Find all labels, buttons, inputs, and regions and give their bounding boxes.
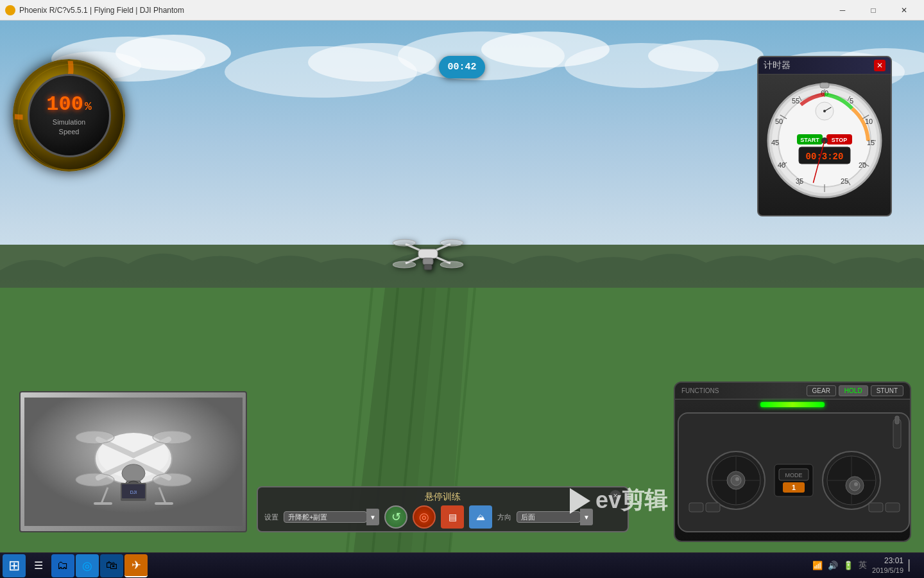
ev-watermark: ev剪辑	[570, 485, 667, 516]
svg-text:STOP: STOP	[832, 137, 847, 143]
direction-label: 方向	[497, 512, 511, 522]
titlebar-left: Phoenix R/C?v5.5.1 | Flying Field | DJI …	[5, 5, 184, 15]
taskbar-app-phoenix[interactable]: ✈	[124, 554, 148, 577]
svg-rect-26	[418, 249, 438, 258]
controller-led-bar	[760, 402, 825, 407]
task-view-button[interactable]: ☰	[27, 554, 50, 577]
training-btn-refresh[interactable]: ↺	[384, 505, 407, 529]
svg-point-78	[153, 473, 191, 486]
svg-rect-109	[689, 503, 703, 512]
svg-point-96	[735, 477, 739, 481]
controller-function-buttons: GEAR HOLD STUNT	[807, 385, 903, 396]
svg-text:5: 5	[850, 97, 853, 105]
simulation-speed-gauge: 100 % Simulation Speed	[13, 59, 125, 171]
sim-speed-label: Simulation Speed	[53, 118, 85, 136]
sim-speed-symbol: %	[85, 100, 92, 113]
training-btn-color[interactable]: ▤	[441, 505, 464, 529]
svg-point-103	[854, 482, 858, 486]
titlebar-controls: ─ □ ✕	[828, 1, 919, 20]
setup-label: 设置	[264, 512, 278, 522]
tray-network-icon: 📶	[812, 561, 823, 570]
setup-select-arrow[interactable]: ▼	[366, 509, 379, 525]
tray-battery-icon: 🔋	[843, 561, 853, 570]
gear-button[interactable]: GEAR	[807, 385, 836, 396]
svg-text:50: 50	[775, 118, 783, 125]
svg-rect-28	[424, 265, 432, 270]
svg-text:START: START	[800, 137, 819, 143]
taskbar-app-browser[interactable]: ◎	[76, 554, 99, 577]
controller-functions-label: FUNCTIONS	[681, 387, 719, 394]
svg-text:40: 40	[778, 161, 785, 169]
svg-point-25	[440, 261, 463, 268]
taskbar-app-store[interactable]: 🛍	[100, 554, 123, 577]
svg-point-75	[76, 431, 114, 444]
controller-svg: MODE 1	[675, 410, 911, 538]
svg-rect-110	[706, 503, 720, 512]
svg-point-76	[153, 431, 191, 444]
svg-text:55: 55	[792, 97, 800, 105]
maximize-button[interactable]: □	[859, 1, 888, 20]
start-button[interactable]: ⊞	[3, 554, 26, 577]
svg-text:MODE: MODE	[785, 472, 803, 478]
flying-drone-svg	[393, 231, 463, 276]
controller-body: MODE 1	[675, 410, 910, 542]
minimize-button[interactable]: ─	[828, 1, 857, 20]
training-btn-target[interactable]: ◎	[413, 505, 436, 529]
sim-speed-value: 100	[46, 94, 83, 115]
training-btn-landscape[interactable]: ⛰	[469, 505, 492, 529]
taskbar-time: 23:01 2019/5/19	[872, 556, 903, 575]
window-title: Phoenix R/C?v5.5.1 | Flying Field | DJI …	[19, 6, 184, 15]
training-controls: 设置 升降舵+副置 ▼ ↺ ◎ ▤ ⛰ 方向 后面 ▼	[264, 505, 621, 529]
svg-point-24	[393, 261, 416, 268]
svg-point-8	[648, 40, 764, 72]
svg-rect-27	[423, 258, 433, 265]
svg-rect-67	[820, 83, 829, 88]
training-panel-title: 悬停训练 ×	[264, 491, 621, 503]
play-icon	[570, 488, 590, 514]
svg-point-79	[122, 464, 145, 482]
drone-preview-svg: DJI	[24, 398, 243, 526]
hold-button[interactable]: HOLD	[839, 385, 868, 396]
controller-top-bar: FUNCTIONS GEAR HOLD STUNT	[675, 383, 910, 399]
drone-preview-panel: DJI	[19, 391, 247, 532]
timer-title: 计时器	[764, 60, 791, 71]
game-viewport: 100 % Simulation Speed 00:42 计时器 ✕	[0, 21, 924, 555]
svg-rect-111	[869, 503, 883, 512]
svg-rect-112	[886, 503, 900, 512]
svg-text:1: 1	[792, 484, 796, 491]
close-button[interactable]: ✕	[889, 1, 919, 20]
timer-widget[interactable]: 计时器 ✕ 60 5 10 15 20	[757, 56, 892, 216]
ev-text: ev剪辑	[595, 485, 667, 516]
gauge-inner-display: 100 % Simulation Speed	[28, 74, 111, 157]
svg-point-77	[76, 473, 114, 486]
timer-close-button[interactable]: ✕	[874, 60, 886, 71]
taskbar-right: 📶 🔊 🔋 英 23:01 2019/5/19 ▏	[812, 556, 921, 575]
taskbar-app-files[interactable]: 🗂	[51, 554, 74, 577]
show-desktop-button[interactable]: ▏	[909, 559, 916, 572]
tray-volume-icon: 🔊	[828, 561, 838, 570]
svg-rect-114	[895, 416, 899, 424]
svg-text:10: 10	[865, 118, 873, 125]
svg-text:25: 25	[841, 177, 848, 185]
title-bar: Phoenix R/C?v5.5.1 | Flying Field | DJI …	[0, 0, 924, 21]
setup-select-wrapper[interactable]: 升降舵+副置 ▼	[284, 509, 379, 525]
controller-widget: FUNCTIONS GEAR HOLD STUNT	[674, 381, 911, 542]
svg-text:DJI: DJI	[130, 490, 137, 495]
stopwatch-svg: 60 5 10 15 20 25 55 50 45 40 3	[764, 78, 886, 200]
svg-text:45: 45	[771, 139, 779, 146]
svg-text:00:3:20: 00:3:20	[806, 152, 844, 162]
svg-point-23	[440, 240, 463, 246]
taskbar: ⊞ ☰ 🗂 ◎ 🛍 ✈ 📶 🔊 🔋 英 23:01 2019/5/19 ▏	[0, 552, 924, 578]
countdown-timer: 00:42	[439, 56, 485, 78]
stunt-button[interactable]: STUNT	[871, 385, 903, 396]
drone-in-flight	[393, 231, 457, 270]
tray-lang-label: 英	[859, 559, 867, 571]
gauge-outer-ring: 100 % Simulation Speed	[13, 59, 125, 171]
setup-select[interactable]: 升降舵+副置	[284, 511, 367, 523]
app-icon	[5, 5, 15, 15]
timer-header: 计时器 ✕	[758, 57, 891, 74]
stopwatch-face: 60 5 10 15 20 25 55 50 45 40 3	[764, 78, 886, 200]
svg-point-22	[393, 240, 416, 246]
